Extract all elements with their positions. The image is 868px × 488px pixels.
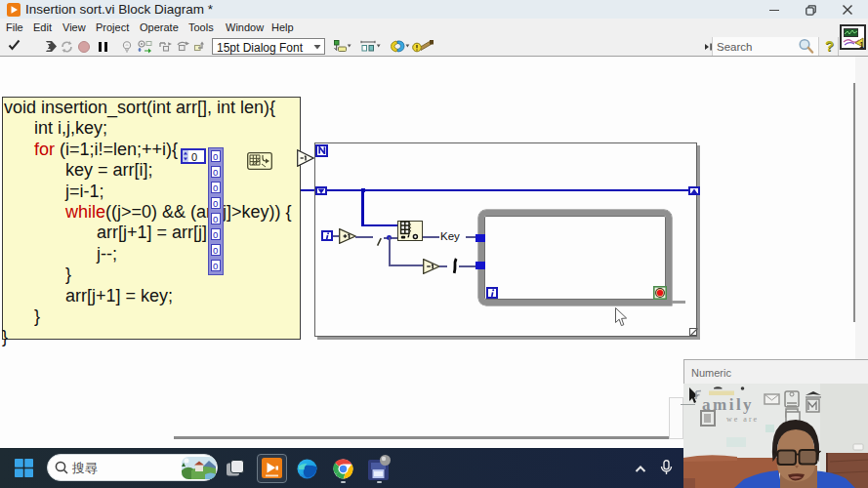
svg-text:we are: we are (726, 415, 759, 424)
